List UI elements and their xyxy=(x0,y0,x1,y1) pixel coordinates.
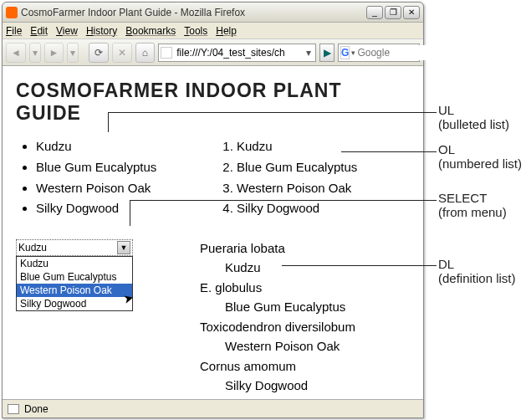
maximize-button[interactable]: ❐ xyxy=(385,6,401,19)
menu-history[interactable]: History xyxy=(86,25,117,37)
close-button[interactable]: ✕ xyxy=(403,6,420,19)
list-item: Silky Dogwood xyxy=(36,198,200,219)
callout-line xyxy=(130,200,130,226)
status-icon xyxy=(8,404,19,414)
callout-line xyxy=(282,265,437,266)
unordered-list: Kudzu Blue Gum Eucalyptus Western Poison… xyxy=(16,136,200,219)
select-option[interactable]: Silky Dogwood xyxy=(17,297,132,310)
toolbar: ◄ ▾ ► ▾ ⟳ ✕ ⌂ ▾ ▶ G ▾ xyxy=(3,39,423,66)
menu-help[interactable]: Help xyxy=(216,25,237,37)
list-item: Western Poison Oak xyxy=(36,178,200,199)
reload-button[interactable]: ⟳ xyxy=(89,43,109,63)
list-item: Western Poison Oak xyxy=(237,178,401,199)
firefox-icon xyxy=(6,7,18,18)
menu-bookmarks[interactable]: Bookmarks xyxy=(125,25,176,37)
menu-edit[interactable]: Edit xyxy=(30,25,48,37)
list-item: Kudzu xyxy=(237,136,401,157)
definition-list: Pueraria lobata Kudzu E. globulus Blue G… xyxy=(200,239,355,395)
annotation-dl: DL(definition list) xyxy=(438,257,516,286)
home-button[interactable]: ⌂ xyxy=(135,43,156,63)
annotation-select: SELECT(from menu) xyxy=(438,191,507,220)
menubar: File Edit View History Bookmarks Tools H… xyxy=(3,23,423,39)
titlebar: CosmoFarmer Indoor Plant Guide - Mozilla… xyxy=(3,3,423,23)
callout-line xyxy=(130,200,437,201)
page-icon xyxy=(161,47,172,59)
list-item: Blue Gum Eucalyptus xyxy=(36,157,200,178)
back-button[interactable]: ◄ xyxy=(6,43,26,63)
definition-desc: Western Poison Oak xyxy=(225,337,355,356)
minimize-button[interactable]: _ xyxy=(366,6,383,19)
select-menu[interactable]: Kudzu ▼ Kudzu Blue Gum Eucalyptus Wester… xyxy=(16,239,133,397)
definition-term: E. globulus xyxy=(200,279,355,298)
definition-desc: Kudzu xyxy=(225,259,355,278)
url-bar[interactable]: ▾ xyxy=(158,44,316,62)
ordered-list: Kudzu Blue Gum Eucalyptus Western Poison… xyxy=(217,136,401,219)
menu-tools[interactable]: Tools xyxy=(184,25,207,37)
callout-line xyxy=(108,112,109,132)
definition-desc: Blue Gum Eucalyptus xyxy=(225,298,355,317)
callout-line xyxy=(108,112,437,113)
chevron-down-icon[interactable]: ▼ xyxy=(117,241,130,254)
back-dropdown[interactable]: ▾ xyxy=(29,43,41,63)
select-option[interactable]: Kudzu xyxy=(17,257,132,270)
list-item: Silky Dogwood xyxy=(237,198,401,219)
definition-term: Toxicodendron diversilobum xyxy=(200,318,355,337)
annotation-ol: OL(numbered list) xyxy=(438,142,522,172)
statusbar: Done xyxy=(3,399,423,417)
url-dropdown[interactable]: ▾ xyxy=(304,47,314,59)
url-input[interactable] xyxy=(175,45,304,60)
callout-line xyxy=(341,151,437,152)
list-item: Kudzu xyxy=(36,136,200,157)
definition-desc: Silky Dogwood xyxy=(225,376,355,396)
page-content: COSMOFARMER INDOOR PLANT GUIDE Kudzu Blu… xyxy=(3,66,423,399)
search-bar[interactable]: G ▾ xyxy=(338,44,420,62)
definition-term: Pueraria lobata xyxy=(200,239,355,259)
page-title: COSMOFARMER INDOOR PLANT GUIDE xyxy=(16,79,410,125)
annotation-ul: UL(bulleted list) xyxy=(438,103,509,132)
browser-window: CosmoFarmer Indoor Plant Guide - Mozilla… xyxy=(2,2,424,418)
go-button[interactable]: ▶ xyxy=(319,44,334,62)
menu-view[interactable]: View xyxy=(56,25,78,37)
select-value: Kudzu xyxy=(18,242,47,254)
search-input[interactable] xyxy=(355,45,484,60)
status-text: Done xyxy=(24,403,49,415)
list-item: Blue Gum Eucalyptus xyxy=(237,157,401,178)
forward-dropdown[interactable]: ▾ xyxy=(67,43,79,63)
stop-button[interactable]: ✕ xyxy=(112,43,132,63)
window-title: CosmoFarmer Indoor Plant Guide - Mozilla… xyxy=(21,7,366,18)
google-icon: G xyxy=(340,46,350,59)
forward-button[interactable]: ► xyxy=(44,43,64,63)
menu-file[interactable]: File xyxy=(6,25,22,37)
select-option[interactable]: Western Poison Oak xyxy=(17,284,132,297)
select-option[interactable]: Blue Gum Eucalyptus xyxy=(17,270,132,284)
definition-term: Cornus amomum xyxy=(200,357,355,376)
select-options: Kudzu Blue Gum Eucalyptus Western Poison… xyxy=(16,256,133,311)
